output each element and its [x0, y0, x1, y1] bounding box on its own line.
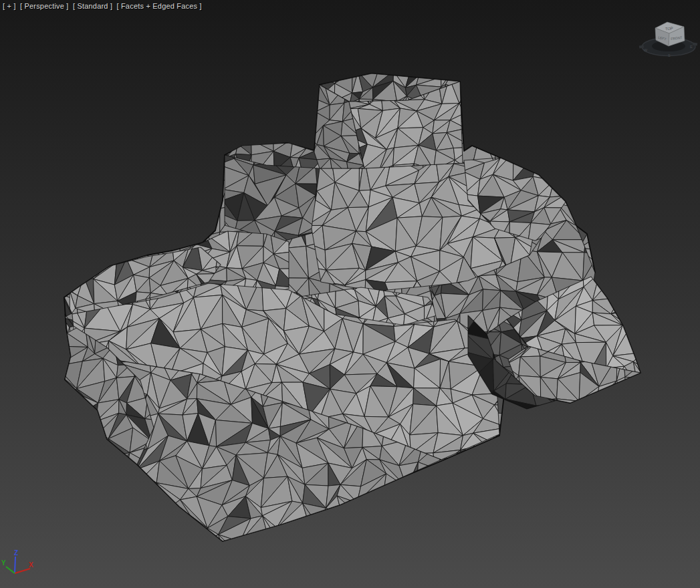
viewport[interactable]: Z X Y W E S TOP LEFT FRONT [ + ] [ Persp… — [0, 0, 700, 588]
viewport-label-bar: [ + ] [ Perspective ] [ Standard ] [ Fac… — [3, 1, 204, 11]
viewport-canvas[interactable]: Z X Y W E S TOP LEFT FRONT — [0, 0, 700, 588]
viewport-menu-shading[interactable]: [ Facets + Edged Faces ] — [116, 2, 201, 10]
axis-label-z: Z — [14, 549, 18, 557]
viewcube-compass-south[interactable]: S — [668, 53, 671, 57]
viewport-menu-general[interactable]: [ + ] — [3, 2, 16, 10]
viewcube-label-top: TOP — [665, 26, 673, 31]
axis-z-line — [15, 557, 15, 573]
axis-label-y: Y — [1, 559, 6, 567]
viewport-menu-renderer[interactable]: [ Standard ] — [73, 2, 112, 10]
viewcube-compass-west[interactable]: W — [644, 48, 648, 52]
viewcube-compass-east[interactable]: E — [690, 45, 693, 49]
axis-label-x: X — [29, 561, 33, 569]
viewport-menu-pov[interactable]: [ Perspective ] — [20, 2, 69, 10]
